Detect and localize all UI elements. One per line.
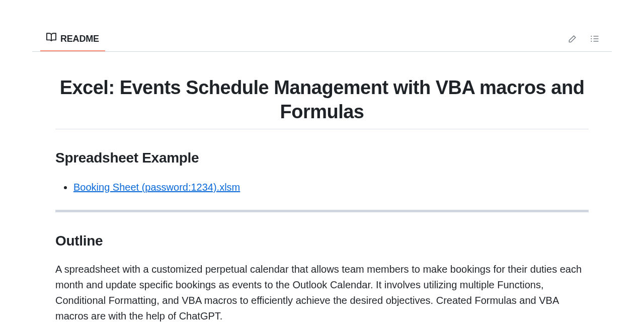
section-outline: Outline (55, 230, 589, 252)
svg-point-0 (591, 36, 592, 36)
tabs-right (564, 30, 604, 48)
section-spreadsheet-example: Spreadsheet Example (55, 147, 589, 169)
tabs-bar: README (32, 27, 612, 52)
pencil-icon (568, 34, 578, 45)
outline-button[interactable] (586, 30, 604, 48)
list-icon (590, 34, 600, 45)
readme-content: Excel: Events Schedule Management with V… (0, 76, 644, 322)
page-title: Excel: Events Schedule Management with V… (55, 76, 589, 129)
book-icon (46, 32, 56, 46)
tab-readme-label: README (60, 32, 99, 46)
booking-sheet-link[interactable]: Booking Sheet (password:1234).xlsm (73, 182, 240, 193)
svg-point-2 (591, 38, 592, 39)
divider (55, 210, 589, 212)
page-container: README (0, 27, 644, 322)
edit-button[interactable] (564, 30, 582, 48)
svg-point-4 (591, 41, 592, 41)
list-item: Booking Sheet (password:1234).xlsm (73, 179, 589, 196)
tabs-left: README (40, 27, 105, 51)
file-list: Booking Sheet (password:1234).xlsm (55, 179, 589, 196)
tab-readme[interactable]: README (40, 27, 105, 52)
outline-paragraph: A spreadsheet with a customized perpetua… (55, 262, 589, 322)
